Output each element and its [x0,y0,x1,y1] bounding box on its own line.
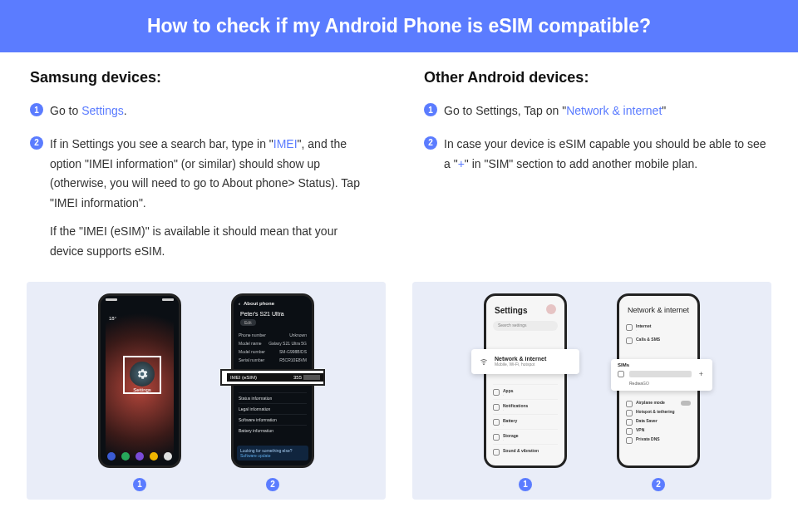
prompt-sub: Software update [240,453,305,458]
other-phone-network: Network & internet Internet· Calls & SMS… [617,293,700,468]
text: If in Settings you see a search bar, typ… [50,137,273,150]
samsung-phone-home: 18° Settings [98,293,181,468]
other-panel: Settings Search settings Network & inter… [412,282,771,500]
about-phone-title: About phone [234,296,312,309]
list-item: Notifications· [493,399,558,414]
phone-number-badge: 2 [266,478,279,491]
text: " [662,104,666,117]
settings-link[interactable]: Settings [81,104,124,117]
gear-icon [130,362,155,387]
samsung-phone-about: About phone Peter's S21 Ultra Edit Phone… [231,293,314,468]
wifi-icon [480,357,488,366]
row-val: R5CR10E8VM [279,357,307,362]
row-val: Unknown [289,332,307,337]
samsung-step-1: 1 Go to Settings. [30,101,374,121]
imei-esim-callout: IMEI (eSIM) 355 [220,369,325,386]
settings-title: Settings [495,306,527,315]
imei-value: 355 [293,375,302,380]
list-item: Sound & vibration [493,444,558,455]
list-item: Apps· [493,384,558,399]
list-item: Storage· [493,429,558,444]
samsung-phone-2-block: About phone Peter's S21 Ultra Edit Phone… [231,293,314,491]
list-item: VPN [626,425,691,434]
list-item: Status information [239,392,307,403]
status-bar [106,298,174,303]
sims-header: SIMs [618,362,706,367]
list-item: Software information [239,414,307,425]
samsung-step-2: 2 If in Settings you see a search bar, t… [30,135,374,262]
other-phone-1-block: Settings Search settings Network & inter… [484,293,567,491]
other-step-2: 2 In case your device is eSIM capable yo… [424,135,768,175]
step-number-badge: 2 [424,136,437,150]
info-rows: Phone numberUnknown Model nameGalaxy S21… [239,331,307,364]
samsung-heading: Samsung devices: [30,69,374,86]
list-item: Battery· [493,414,558,429]
text: Go to Settings, Tap on " [444,104,566,117]
about-list: Status information Legal information Sof… [239,392,307,436]
text: " in "SIM" section to add another mobile… [465,157,697,170]
network-title: Network & internet [628,306,689,314]
redacted-mask [303,375,320,380]
row-key: Serial number [239,357,264,362]
other-phone-settings: Settings Search settings Network & inter… [484,293,567,468]
text: . [124,104,127,117]
network-sub: Mobile, Wi-Fi, hotspot [495,362,546,367]
network-internet-link[interactable]: Network & internet [566,104,662,117]
other-column: Other Android devices: 1 Go to Settings,… [424,69,768,275]
search-bar: Search settings [493,321,558,331]
row-key: Model name [239,341,262,346]
phone-number-badge: 2 [652,478,665,491]
row-key: Model number [239,349,265,354]
redacted-mask [629,371,692,377]
phone-number-badge: 1 [519,478,532,491]
content-columns: Samsung devices: 1 Go to Settings. 2 If … [0,52,798,275]
imei-link[interactable]: IMEI [273,137,298,150]
network-callout: Network & internet Mobile, Wi-Fi, hotspo… [471,349,579,374]
other-step-1: 1 Go to Settings, Tap on "Network & inte… [424,101,768,121]
plus-icon: + [697,370,706,378]
svg-point-0 [484,363,485,364]
row-key: Phone number [239,332,266,337]
sims-callout: SIMs + RedteaGO [611,359,712,391]
settings-tile-label: Settings [125,387,160,392]
network-list-bottom: Airplane mode Hotspot & tethering Data S… [626,397,691,443]
samsung-column: Samsung devices: 1 Go to Settings. 2 If … [30,69,374,275]
edit-pill: Edit [240,319,256,326]
list-item: Internet· [626,321,691,334]
sim-name: RedteaGO [629,381,706,386]
other-heading: Other Android devices: [424,69,768,86]
step-number-badge: 1 [424,103,437,116]
sim-icon [618,371,624,377]
settings-tile: Settings [123,356,161,394]
dock [107,452,172,461]
device-name: Peter's S21 Ultra [240,311,284,317]
weather-widget: 18° [109,316,116,321]
toggle-icon [681,401,691,406]
text: Go to [50,104,81,117]
list-item: Calls & SMS· [626,334,691,347]
step-number-badge: 2 [30,136,43,150]
row-val: SM-G998B/DS [279,349,307,354]
avatar [546,304,556,314]
list-item: Legal information [239,403,307,414]
samsung-phone-1-block: 18° Settings 1 [98,293,181,491]
list-item: Airplane mode [626,397,691,406]
page-title: How to check if my Android Phone is eSIM… [0,15,798,37]
other-phone-2-block: Network & internet Internet· Calls & SMS… [617,293,700,491]
list-item: Private DNS [626,434,691,443]
text: If the "IMEI (eSIM)" is available it sho… [50,222,374,262]
imei-label: IMEI (eSIM) [230,375,257,380]
list-item: Data Saver [626,416,691,425]
network-title: Network & internet [495,356,546,362]
settings-list: Apps· Notifications· Battery· Storage· S… [493,384,558,455]
plus-link[interactable]: + [458,157,465,170]
row-val: Galaxy S21 Ultra 5G [268,341,307,346]
screenshot-panels: 18° Settings 1 About phone Peter's S21 U… [0,282,798,500]
network-list-top: Internet· Calls & SMS· [626,321,691,347]
search-prompt: Looking for something else? Software upd… [237,446,308,461]
step-number-badge: 1 [30,103,43,116]
phone-number-badge: 1 [133,478,146,491]
list-item: Battery information [239,425,307,436]
list-item: Hotspot & tethering [626,406,691,416]
page-header: How to check if my Android Phone is eSIM… [0,0,798,52]
